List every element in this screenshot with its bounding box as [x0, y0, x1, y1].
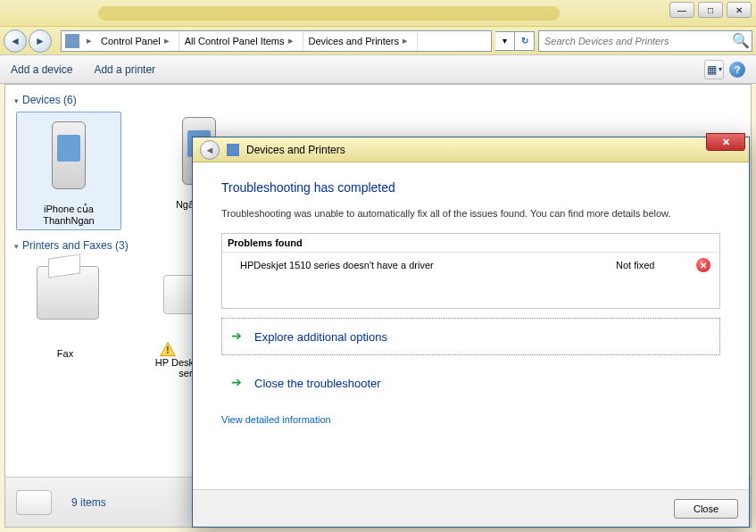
problem-description: HPDeskjet 1510 series doesn't have a dri…	[240, 260, 616, 270]
breadcrumb-devices-printers[interactable]: Devices and Printers▸	[303, 31, 419, 51]
dialog-title: Devices and Printers	[246, 144, 345, 156]
printer-item-fax[interactable]: Fax	[16, 257, 114, 378]
problem-row: HPDeskjet 1510 series doesn't have a dri…	[222, 253, 719, 278]
printer-label: Fax	[16, 348, 114, 359]
minimize-button[interactable]: —	[669, 2, 694, 18]
close-troubleshooter-link[interactable]: ➔ Close the troubleshooter	[221, 364, 720, 402]
back-button[interactable]: ◄	[4, 29, 27, 53]
help-button[interactable]: ?	[729, 62, 745, 78]
error-icon: ✕	[696, 258, 710, 272]
dialog-footer: Close	[193, 489, 749, 527]
breadcrumb-label: All Control Panel Items	[185, 36, 285, 46]
search-box[interactable]: 🔍	[538, 30, 752, 52]
location-icon	[65, 34, 79, 48]
breadcrumb-label: Devices and Printers	[309, 36, 400, 46]
address-dropdown-button[interactable]: ▾	[495, 31, 515, 51]
status-icon	[16, 485, 59, 520]
window-close-button[interactable]: ✕	[727, 2, 752, 18]
problems-header: Problems found	[222, 234, 719, 253]
printer-icon	[37, 266, 94, 345]
warning-icon: !	[158, 341, 178, 359]
collapse-icon: ▾	[14, 96, 19, 105]
svg-text:!: !	[166, 345, 169, 355]
dialog-message: Troubleshooting was unable to automatica…	[221, 207, 720, 220]
refresh-button[interactable]: ↻	[515, 31, 535, 51]
maximize-button[interactable]: □	[698, 2, 723, 18]
toolbar-left: Add a device Add a printer	[11, 63, 155, 76]
window-title-stripe	[98, 6, 560, 21]
collapse-icon: ▾	[14, 242, 19, 251]
address-bar-buttons: ▾ ↻	[495, 31, 535, 51]
arrow-right-icon: ➔	[231, 329, 245, 344]
dialog-body: Troubleshooting has completed Troublesho…	[193, 162, 749, 437]
command-label: Close the troubleshooter	[254, 377, 381, 390]
explore-options-link[interactable]: ➔ Explore additional options	[221, 318, 720, 355]
devices-section-header[interactable]: ▾Devices (6)	[5, 85, 751, 112]
navigation-row: ◄ ► ▸ Control Panel▸ All Control Panel I…	[0, 27, 756, 55]
troubleshooter-dialog: ◄ Devices and Printers ✕ Troubleshooting…	[192, 137, 750, 528]
window-controls: — □ ✕	[669, 2, 752, 18]
add-device-button[interactable]: Add a device	[11, 63, 72, 76]
add-printer-button[interactable]: Add a printer	[94, 63, 155, 76]
search-icon: 🔍	[732, 32, 746, 49]
section-title: Printers and Faxes (3)	[22, 239, 129, 252]
nav-buttons: ◄ ►	[4, 29, 57, 54]
address-bar[interactable]: ▸ Control Panel▸ All Control Panel Items…	[61, 30, 492, 52]
chevron-right-icon: ▸	[161, 35, 173, 46]
forward-button[interactable]: ►	[29, 29, 52, 53]
view-details-link[interactable]: View detailed information	[221, 414, 331, 425]
dialog-title-icon	[227, 144, 239, 156]
dialog-back-button[interactable]: ◄	[200, 140, 220, 160]
window-titlebar: — □ ✕	[0, 0, 756, 27]
device-label: iPhone của ThanhNgan	[21, 204, 117, 226]
breadcrumb-label: Control Panel	[101, 36, 161, 46]
dialog-close-button[interactable]: ✕	[706, 133, 745, 151]
toolbar-right: ▦▾ ?	[704, 60, 745, 79]
close-button[interactable]: Close	[674, 499, 738, 519]
breadcrumb-all-items[interactable]: All Control Panel Items▸	[179, 31, 303, 51]
dialog-heading: Troubleshooting has completed	[221, 180, 720, 195]
dialog-titlebar[interactable]: ◄ Devices and Printers ✕	[193, 137, 749, 162]
search-input[interactable]	[539, 36, 732, 46]
section-title: Devices (6)	[22, 94, 77, 106]
problems-found-box: Problems found HPDeskjet 1510 series doe…	[221, 233, 720, 309]
command-toolbar: Add a device Add a printer ▦▾ ?	[0, 55, 756, 84]
breadcrumb-arrow: ▸	[83, 35, 96, 46]
view-options-button[interactable]: ▦▾	[704, 60, 724, 79]
chevron-right-icon: ▸	[285, 35, 297, 46]
breadcrumb-control-panel[interactable]: Control Panel▸	[96, 31, 179, 51]
arrow-right-icon: ➔	[231, 376, 245, 390]
problem-status: Not fixed	[616, 260, 696, 270]
chevron-right-icon: ▸	[399, 35, 411, 46]
device-icon	[40, 121, 97, 200]
item-count: 9 items	[71, 496, 106, 509]
device-item-iphone[interactable]: iPhone của ThanhNgan	[16, 112, 121, 230]
command-label: Explore additional options	[254, 330, 387, 344]
